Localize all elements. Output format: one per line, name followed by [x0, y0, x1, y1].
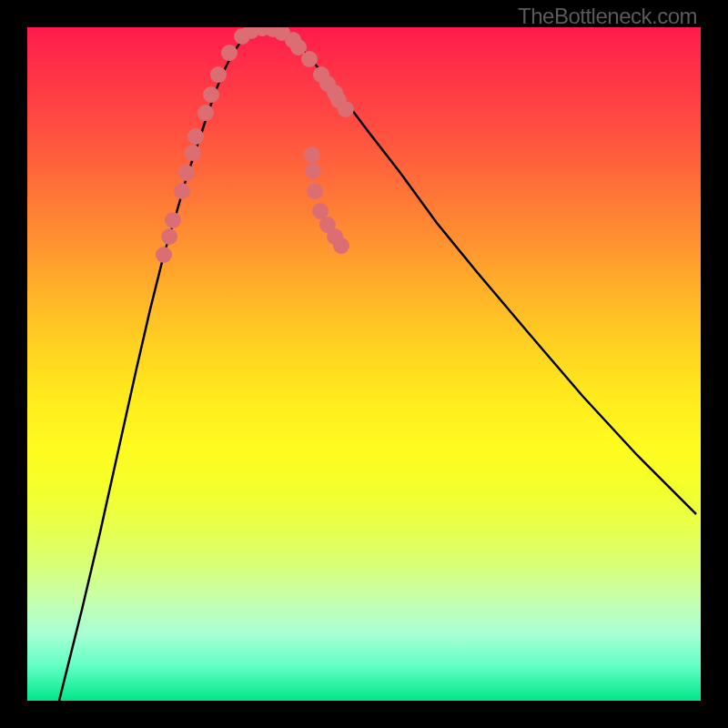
data-marker — [185, 145, 201, 161]
data-marker — [312, 203, 329, 219]
data-marker — [187, 128, 204, 145]
attribution-text: TheBottleneck.com — [518, 4, 697, 29]
data-marker — [304, 147, 320, 163]
data-marker — [338, 101, 354, 117]
data-marker — [305, 163, 321, 179]
data-marker — [333, 238, 349, 254]
curve-svg — [27, 27, 701, 701]
data-marker — [178, 165, 195, 181]
data-marker — [210, 66, 227, 83]
data-markers — [156, 27, 354, 263]
data-marker — [156, 247, 172, 263]
data-marker — [307, 183, 323, 199]
data-marker — [174, 183, 190, 199]
data-marker — [165, 212, 181, 228]
data-marker — [203, 86, 219, 103]
chart-container: TheBottleneck.com — [0, 0, 728, 728]
plot-area — [27, 27, 701, 701]
data-marker — [301, 51, 318, 67]
data-marker — [161, 228, 177, 245]
data-marker — [197, 105, 214, 121]
data-marker — [221, 45, 238, 61]
bottleneck-curve — [59, 29, 696, 701]
